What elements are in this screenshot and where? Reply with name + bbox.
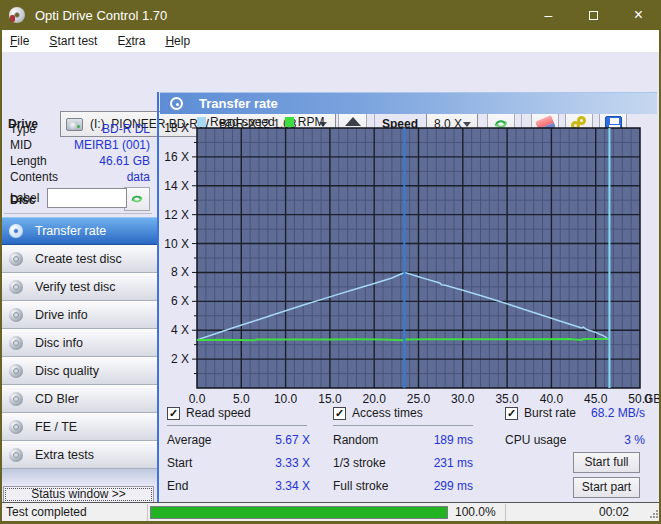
label-row: Label xyxy=(10,188,127,208)
svg-text:10 X: 10 X xyxy=(164,237,189,251)
svg-text:45.0: 45.0 xyxy=(584,392,608,406)
progress-bar xyxy=(150,506,448,519)
result-row: Random189 ms xyxy=(333,433,473,447)
start-part-button[interactable]: Start part xyxy=(573,477,640,498)
elapsed-time: 00:02 xyxy=(599,505,629,519)
menubar: File Start test Extra Help xyxy=(0,30,661,52)
cd-icon xyxy=(9,280,23,294)
start-full-button[interactable]: Start full xyxy=(573,452,640,473)
minimize-button[interactable]: – xyxy=(526,0,571,30)
cd-icon xyxy=(9,448,23,462)
divider xyxy=(167,425,307,426)
window-border xyxy=(0,30,2,524)
read-speed-group-title: Read speed xyxy=(186,406,251,420)
main-header-title: Transfer rate xyxy=(199,96,278,111)
cd-icon xyxy=(9,336,23,350)
menu-extra[interactable]: Extra xyxy=(107,30,155,52)
label-field-caption: Label xyxy=(10,191,39,205)
sidebar-item-create-test-disc[interactable]: Create test disc xyxy=(0,245,157,273)
app-cd-icon xyxy=(9,7,25,23)
sidebar-item-verify-test-disc[interactable]: Verify test disc xyxy=(0,273,157,301)
access-times-group-title: Access times xyxy=(352,406,423,420)
svg-text:18 X: 18 X xyxy=(164,121,189,135)
cd-icon xyxy=(9,252,23,266)
result-row: Full stroke299 ms xyxy=(333,479,473,493)
svg-text:4 X: 4 X xyxy=(171,323,189,337)
sidebar: Transfer rate Create test disc Verify te… xyxy=(0,217,157,469)
divider xyxy=(4,213,152,214)
status-window-button[interactable]: Status window >> xyxy=(3,486,154,503)
menu-start-test[interactable]: Start test xyxy=(39,30,107,52)
svg-text:12 X: 12 X xyxy=(164,208,189,222)
cd-icon xyxy=(9,392,23,406)
result-row: 1/3 stroke231 ms xyxy=(333,456,473,470)
burst-rate-checkbox-row: ✓ Burst rate xyxy=(505,406,576,420)
svg-text:0.0: 0.0 xyxy=(189,392,206,406)
cd-icon xyxy=(9,308,23,322)
sidebar-item-disc-info[interactable]: Disc info xyxy=(0,329,157,357)
cpu-usage-row: CPU usage3 % xyxy=(505,433,645,447)
access-times-checkbox[interactable]: ✓ xyxy=(333,407,346,420)
disc-row-length: Length46.61 GB xyxy=(10,154,150,168)
svg-text:14 X: 14 X xyxy=(164,179,189,193)
disc-row-type: TypeBD-R DL xyxy=(10,122,150,136)
maximize-icon xyxy=(589,11,598,20)
burst-rate-value: 68.2 MB/s xyxy=(585,406,645,420)
svg-text:35.0: 35.0 xyxy=(495,392,519,406)
statusbar: Test completed 100.0% 00:02 xyxy=(0,502,661,521)
sidebar-fade xyxy=(0,469,157,485)
sidebar-item-extra-tests[interactable]: Extra tests xyxy=(0,441,157,469)
svg-text:30.0: 30.0 xyxy=(451,392,475,406)
toolbar: Drive (I:) PIONEER BD-RW BDR-X12 1.03 Sp… xyxy=(0,52,661,92)
burst-rate-checkbox[interactable]: ✓ xyxy=(505,407,518,420)
svg-text:8 X: 8 X xyxy=(171,265,189,279)
result-row: End3.34 X xyxy=(167,479,310,493)
svg-text:25.0: 25.0 xyxy=(407,392,431,406)
burst-rate-group-title: Burst rate xyxy=(524,406,576,420)
read-speed-checkbox[interactable]: ✓ xyxy=(167,407,180,420)
disc-label-input[interactable] xyxy=(47,188,127,208)
disc-panel: Disc TypeBD-R DL MIDMEIRB1 (001) Length4… xyxy=(0,92,157,217)
svg-text:15.0: 15.0 xyxy=(318,392,342,406)
divider xyxy=(505,504,506,521)
svg-text:20.0: 20.0 xyxy=(363,392,387,406)
cd-icon xyxy=(9,224,23,238)
maximize-button[interactable] xyxy=(571,0,616,30)
sidebar-item-disc-quality[interactable]: Disc quality xyxy=(0,357,157,385)
sidebar-item-transfer-rate[interactable]: Transfer rate xyxy=(0,217,157,245)
app-window: Opti Drive Control 1.70 – × File Start t… xyxy=(0,0,661,524)
status-text: Test completed xyxy=(6,505,87,519)
svg-text:16 X: 16 X xyxy=(164,150,189,164)
divider xyxy=(333,425,473,426)
refresh-arrows-icon xyxy=(129,191,145,207)
main-header: Transfer rate xyxy=(160,92,657,114)
svg-text:40.0: 40.0 xyxy=(540,392,564,406)
titlebar: Opti Drive Control 1.70 – × xyxy=(0,0,661,30)
transfer-rate-chart: 2 X4 X6 X8 X10 X12 X14 X16 X18 X0.05.010… xyxy=(160,112,661,408)
divider xyxy=(147,504,148,521)
svg-text:5.0: 5.0 xyxy=(233,392,250,406)
sidebar-item-fe-te[interactable]: FE / TE xyxy=(0,413,157,441)
menu-help[interactable]: Help xyxy=(155,30,200,52)
sidebar-item-drive-info[interactable]: Drive info xyxy=(0,301,157,329)
svg-text:10.0: 10.0 xyxy=(274,392,298,406)
result-row: Start3.33 X xyxy=(167,456,310,470)
window-title: Opti Drive Control 1.70 xyxy=(35,8,167,23)
cd-icon xyxy=(9,420,23,434)
disc-refresh-button[interactable] xyxy=(124,187,150,211)
cd-icon xyxy=(9,364,23,378)
read-speed-checkbox-row: ✓ Read speed xyxy=(167,406,251,420)
close-button[interactable]: × xyxy=(616,0,661,30)
result-row: Average5.67 X xyxy=(167,433,310,447)
progress-fill xyxy=(151,507,447,518)
disc-row-mid: MIDMEIRB1 (001) xyxy=(10,138,150,152)
resize-grip[interactable] xyxy=(649,509,658,518)
svg-text:6 X: 6 X xyxy=(171,294,189,308)
disc-row-contents: Contentsdata xyxy=(10,170,150,184)
sidebar-item-cd-bler[interactable]: CD Bler xyxy=(0,385,157,413)
menu-file[interactable]: File xyxy=(0,30,39,52)
cd-icon xyxy=(170,97,183,110)
panel-splitter[interactable] xyxy=(157,92,159,502)
progress-percent: 100.0% xyxy=(455,505,496,519)
svg-text:2 X: 2 X xyxy=(171,352,189,366)
